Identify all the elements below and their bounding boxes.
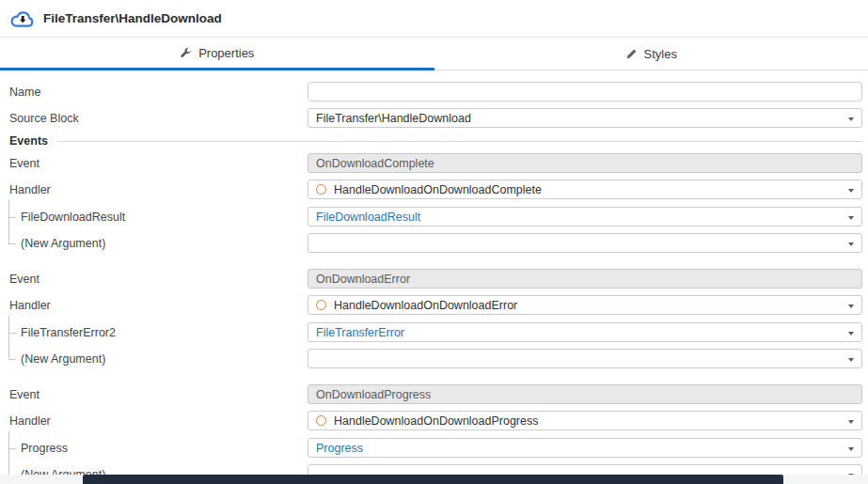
argument-select[interactable]: FileDownloadResult bbox=[308, 207, 862, 226]
handler-select[interactable]: HandleDownloadOnDownloadProgress bbox=[308, 411, 862, 430]
argument-value: FileTransferError bbox=[316, 326, 404, 339]
new-argument-select[interactable] bbox=[308, 233, 862, 253]
handler-row: Handler HandleDownloadOnDownloadError bbox=[0, 295, 868, 315]
name-input[interactable] bbox=[316, 83, 854, 101]
handler-label: Handler bbox=[0, 414, 308, 428]
handler-ring-icon bbox=[316, 415, 326, 426]
new-argument-select[interactable] bbox=[308, 349, 862, 368]
new-argument-label: (New Argument) bbox=[0, 237, 308, 250]
new-argument-row: (New Argument) bbox=[0, 233, 868, 253]
argument-row: Progress Progress bbox=[0, 438, 868, 458]
source-block-label: Source Block bbox=[0, 112, 308, 125]
source-block-row: Source Block FileTransfer\HandleDownload bbox=[0, 108, 868, 128]
argument-value: FileDownloadResult bbox=[316, 211, 420, 224]
properties-panel: FileTransfer\HandleDownload Properties S… bbox=[0, 0, 868, 484]
handler-select[interactable]: HandleDownloadOnDownloadError bbox=[308, 295, 862, 315]
event-value-field: OnDownloadProgress bbox=[308, 384, 862, 404]
event-group-error: Event OnDownloadError Handler HandleDown… bbox=[0, 269, 868, 368]
event-value: OnDownloadProgress bbox=[316, 388, 431, 401]
page-title: FileTransfer\HandleDownload bbox=[43, 11, 222, 25]
wrench-icon bbox=[180, 47, 192, 59]
pen-icon bbox=[625, 48, 638, 60]
events-section-label: Events bbox=[0, 134, 48, 148]
handler-row: Handler HandleDownloadOnDownloadProgress bbox=[0, 411, 868, 430]
properties-form: Name Source Block FileTransfer\HandleDow… bbox=[0, 70, 868, 484]
name-label: Name bbox=[0, 86, 308, 99]
event-value-field: OnDownloadComplete bbox=[308, 153, 862, 173]
tab-properties-label: Properties bbox=[198, 46, 254, 60]
horizontal-scrollbar-thumb[interactable] bbox=[83, 475, 783, 484]
event-row: Event OnDownloadComplete bbox=[0, 153, 868, 173]
cloud-download-icon bbox=[9, 8, 36, 30]
argument-row: FileDownloadResult FileDownloadResult bbox=[0, 207, 868, 226]
tab-styles[interactable]: Styles bbox=[434, 38, 868, 70]
event-value-field: OnDownloadError bbox=[308, 269, 862, 289]
handler-row: Handler HandleDownloadOnDownloadComplete bbox=[0, 180, 868, 199]
panel-footer bbox=[0, 475, 868, 484]
handler-label: Handler bbox=[0, 183, 308, 196]
argument-select[interactable]: Progress bbox=[308, 438, 862, 458]
name-row: Name bbox=[0, 82, 868, 101]
argument-row: FileTransferError2 FileTransferError bbox=[0, 322, 868, 342]
new-argument-label: (New Argument) bbox=[0, 352, 308, 366]
event-group-complete: Event OnDownloadComplete Handler HandleD… bbox=[0, 153, 868, 253]
handler-value: HandleDownloadOnDownloadError bbox=[334, 299, 517, 312]
argument-label: FileDownloadResult bbox=[0, 211, 308, 224]
handler-value: HandleDownloadOnDownloadComplete bbox=[334, 183, 542, 196]
name-field-wrap bbox=[308, 82, 862, 101]
event-label: Event bbox=[0, 388, 308, 401]
event-row: Event OnDownloadError bbox=[0, 269, 868, 289]
event-row: Event OnDownloadProgress bbox=[0, 384, 868, 404]
source-block-select[interactable]: FileTransfer\HandleDownload bbox=[308, 108, 862, 128]
argument-label: Progress bbox=[0, 442, 308, 455]
event-value: OnDownloadError bbox=[316, 273, 410, 286]
new-argument-row: (New Argument) bbox=[0, 349, 868, 368]
event-label: Event bbox=[0, 273, 308, 286]
argument-label: FileTransferError2 bbox=[0, 326, 308, 339]
event-label: Event bbox=[0, 157, 308, 170]
handler-value: HandleDownloadOnDownloadProgress bbox=[334, 414, 539, 428]
section-divider bbox=[57, 141, 862, 142]
argument-select[interactable]: FileTransferError bbox=[308, 322, 862, 342]
handler-select[interactable]: HandleDownloadOnDownloadComplete bbox=[308, 180, 862, 199]
panel-header: FileTransfer\HandleDownload bbox=[0, 0, 868, 38]
source-block-value: FileTransfer\HandleDownload bbox=[316, 112, 471, 125]
event-group-progress: Event OnDownloadProgress Handler HandleD… bbox=[0, 384, 868, 484]
event-value: OnDownloadComplete bbox=[316, 157, 434, 170]
tab-bar: Properties Styles bbox=[0, 38, 868, 70]
tab-properties[interactable]: Properties bbox=[0, 38, 434, 70]
argument-value: Progress bbox=[316, 442, 363, 455]
handler-label: Handler bbox=[0, 299, 308, 312]
events-section-header: Events bbox=[0, 134, 868, 148]
handler-ring-icon bbox=[316, 300, 326, 310]
handler-ring-icon bbox=[316, 184, 326, 195]
tab-styles-label: Styles bbox=[644, 47, 677, 61]
